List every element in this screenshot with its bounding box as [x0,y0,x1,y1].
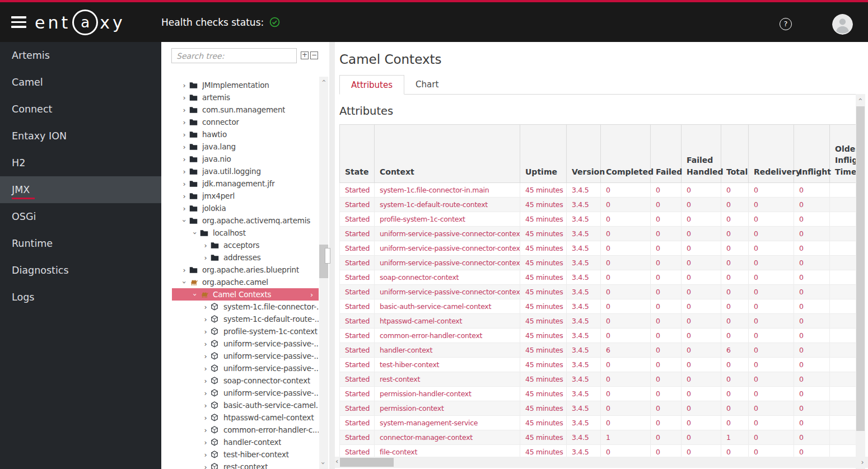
chevron-right-icon[interactable]: › [181,130,188,139]
tab-attributes[interactable]: Attributes [339,75,404,95]
tree-node-jdk-management-jfr[interactable]: ›jdk.management.jfr [172,177,319,190]
tree-node-htpasswd-camel-context[interactable]: ›htpasswd-camel-context [172,411,319,424]
tree-node-test-hiber-context[interactable]: ›test-hiber-context [172,448,319,461]
chevron-right-icon[interactable]: › [202,364,209,373]
chevron-right-icon[interactable]: › [181,204,188,213]
tree-node-connector[interactable]: ›connector [172,116,319,128]
chevron-right-icon[interactable]: › [202,352,209,360]
collapse-all-button[interactable]: − [310,51,318,59]
tree-node-org-apache-aries-blueprint[interactable]: ›org.apache.aries.blueprint [172,264,319,276]
column-header-failed[interactable]: Failed [651,125,682,183]
chevron-down-icon[interactable]: › [191,291,199,298]
hamburger-menu-icon[interactable] [11,16,26,28]
scroll-up-icon[interactable]: › [856,95,865,104]
chevron-right-icon[interactable]: › [181,155,188,163]
tree-node-uniform-service-passive[interactable]: ›uniform-service-passive-... [172,362,319,374]
expand-all-button[interactable]: + [301,51,309,59]
scroll-up-icon[interactable]: › [319,77,328,86]
tree-node-org-apache-camel[interactable]: ›org.apache.camel [172,276,319,288]
chevron-right-icon[interactable]: › [202,254,209,262]
chevron-right-icon[interactable]: › [181,93,188,102]
chevron-right-icon[interactable]: › [202,327,209,336]
table-row[interactable]: Startedtest-hiber-context45 minutes3.4.5… [340,358,856,372]
sidebar-item-logs[interactable]: Logs [0,284,161,311]
chevron-right-icon[interactable]: › [181,266,188,274]
chevron-right-icon[interactable]: › [202,463,209,469]
sidebar-item-entaxy-ion[interactable]: Entaxy ION [0,123,161,149]
chevron-down-icon[interactable]: › [191,229,199,236]
chevron-right-icon[interactable]: › [202,315,209,323]
column-header-uptime[interactable]: Uptime [520,125,567,183]
chevron-right-icon[interactable]: › [202,377,209,385]
tree-node-jolokia[interactable]: ›jolokia [172,202,319,214]
chevron-right-icon[interactable]: › [310,290,313,299]
vertical-scrollbar-thumb[interactable] [856,106,865,431]
tree-node-acceptors[interactable]: ›acceptors [172,239,319,251]
sidebar-item-runtime[interactable]: Runtime [0,230,161,257]
tree-node-java-util-logging[interactable]: ›java.util.logging [172,165,319,177]
tree-node-basic-auth-service-camel[interactable]: ›basic-auth-service-camel... [172,399,319,411]
table-row[interactable]: Starteduniform-service-passive-connector… [340,241,856,256]
content-vertical-scrollbar[interactable]: › › [856,94,865,469]
tree-node-org-apache-activemq-artemis[interactable]: ›org.apache.activemq.artemis [172,214,319,227]
tree-node-com-sun-management[interactable]: ›com.sun.management [172,104,319,116]
chevron-right-icon[interactable]: › [202,401,209,410]
table-row[interactable]: Startedsoap-connector-context45 minutes3… [340,270,856,285]
tree-node-uniform-service-passive[interactable]: ›uniform-service-passive-... [172,387,319,399]
table-row[interactable]: Startedconnector-manager-context45 minut… [340,430,856,445]
tree-node-hawtio[interactable]: ›hawtio [172,128,319,140]
chevron-right-icon[interactable]: › [181,118,188,126]
tree-scrollbar[interactable]: › › [319,77,328,469]
table-row[interactable]: Startedsystem-1c-default-route-context45… [340,198,856,212]
chevron-right-icon[interactable]: › [202,451,209,459]
table-row[interactable]: Startedhandler-context45 minutes3.4.5600… [340,343,856,358]
sidebar-item-artemis[interactable]: Artemis [0,42,161,69]
tree-node-soap-connector-context[interactable]: ›soap-connector-context [172,374,319,387]
table-row[interactable]: Startedsystem-1c.file-connector-in.main4… [340,183,856,198]
tree-node-system-1c-file-connector[interactable]: ›system-1c.file-connector-... [172,301,319,313]
table-row[interactable]: Startedpermission-handler-context45 minu… [340,387,856,401]
chevron-right-icon[interactable]: › [202,241,209,250]
sidebar-item-osgi[interactable]: OSGi [0,203,161,230]
horizontal-scrollbar-thumb[interactable] [340,458,394,467]
sidebar-item-camel[interactable]: Camel [0,69,161,96]
column-header-oldest-inflight-time[interactable]: Oldest Inflight Time [830,125,856,183]
chevron-right-icon[interactable]: › [202,340,209,348]
tree-node-jmx4perl[interactable]: ›jmx4perl [172,190,319,202]
column-header-redelivery[interactable]: Redelivery [749,125,794,183]
chevron-right-icon[interactable]: › [181,81,188,90]
chevron-right-icon[interactable]: › [202,303,209,311]
tree-node-profile-system-1c-context[interactable]: ›profile-system-1c-context [172,325,319,337]
splitter-handle[interactable] [325,248,330,264]
tree-node-common-error-handler-c[interactable]: ›common-error-handler-c... [172,424,319,436]
chevron-right-icon[interactable]: › [202,389,209,397]
table-row[interactable]: Startedcommon-error-handler-context45 mi… [340,329,856,343]
tree-node-addresses[interactable]: ›addresses [172,251,319,264]
help-icon[interactable]: ? [780,18,792,30]
tree-node-system-1c-default-route[interactable]: ›system-1c-default-route-... [172,313,319,325]
tree-node-camel-contexts[interactable]: ›Camel Contexts› [172,288,319,301]
column-header-failed-handled[interactable]: Failed Handled [682,125,721,183]
tree-node-handler-context[interactable]: ›handler-context [172,436,319,448]
chevron-right-icon[interactable]: › [202,438,209,447]
table-row[interactable]: Startedprofile-system-1c-context45 minut… [340,212,856,227]
content-horizontal-scrollbar[interactable]: › › [335,457,868,468]
chevron-right-icon[interactable]: › [181,143,188,151]
scroll-right-icon[interactable]: › [858,458,867,467]
column-header-context[interactable]: Context [375,125,520,183]
sidebar-item-diagnostics[interactable]: Diagnostics [0,257,161,284]
table-row[interactable]: Startedhtpasswd-camel-context45 minutes3… [340,314,856,329]
column-header-total[interactable]: Total [721,125,749,183]
chevron-right-icon[interactable]: › [181,192,188,200]
chevron-right-icon[interactable]: › [202,426,209,434]
table-row[interactable]: Starteduniform-service-passive-connector… [340,227,856,241]
column-header-version[interactable]: Version [567,125,601,183]
table-row[interactable]: Starteduniform-service-passive-connector… [340,256,856,270]
table-row[interactable]: Startedbasic-auth-service-camel-context4… [340,299,856,314]
column-header-completed[interactable]: Completed [601,125,651,183]
sidebar-item-connect[interactable]: Connect [0,96,161,123]
scroll-down-icon[interactable]: › [319,459,328,468]
tree-node-java-nio[interactable]: ›java.nio [172,153,319,165]
tree-node-uniform-service-passive[interactable]: ›uniform-service-passive-... [172,337,319,350]
sidebar-item-jmx[interactable]: JMX [0,176,161,203]
